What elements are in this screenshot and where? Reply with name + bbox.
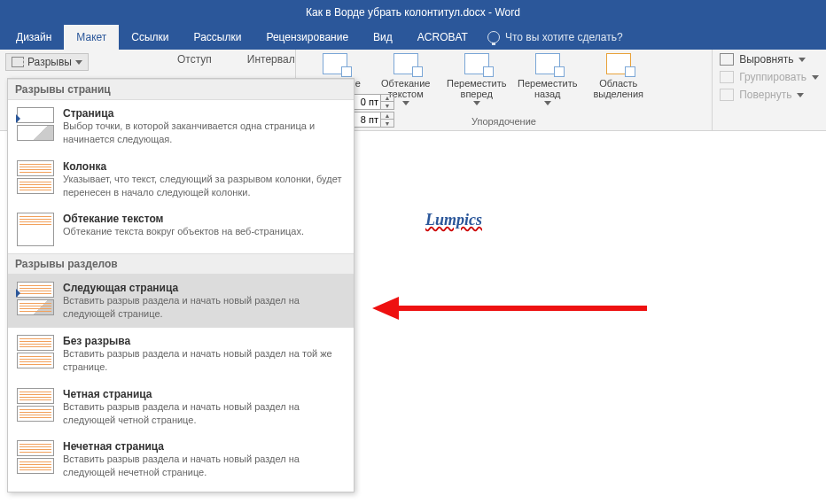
tab-acrobat[interactable]: ACROBAT: [405, 25, 480, 50]
send-backward-button[interactable]: Переместить назад: [516, 53, 580, 105]
indent-label: Отступ: [177, 53, 212, 66]
dd-section-page-breaks: Разрывы страниц: [8, 79, 354, 100]
document-page: Lumpics: [372, 158, 808, 283]
position-icon: [323, 53, 347, 74]
bring-forward-button[interactable]: Переместить вперед: [445, 53, 509, 105]
dd-item-column[interactable]: КолонкаУказывает, что текст, следующий з…: [8, 153, 354, 206]
continuous-section-icon: [17, 335, 54, 368]
column-break-icon: [17, 160, 54, 194]
breaks-icon: [12, 57, 24, 67]
tab-view[interactable]: Вид: [361, 25, 405, 50]
chevron-down-icon: [799, 58, 806, 62]
tell-me[interactable]: Что вы хотите сделать?: [487, 25, 623, 50]
spin-down-icon[interactable]: ▼: [381, 102, 394, 109]
current-marker-icon: [16, 114, 21, 123]
rotate-icon: [720, 89, 734, 101]
chevron-down-icon: [544, 101, 551, 105]
dd-item-even-page[interactable]: Четная страницаВставить разрыв раздела и…: [8, 381, 354, 434]
document-text[interactable]: Lumpics: [425, 211, 482, 229]
dd-item-page[interactable]: СтраницаВыбор точки, в которой заканчива…: [8, 100, 354, 153]
tab-references[interactable]: Ссылки: [119, 25, 181, 50]
chevron-down-icon: [75, 60, 82, 65]
backward-icon: [535, 53, 560, 74]
dd-item-continuous[interactable]: Без разрываВставить разрыв раздела и нач…: [8, 328, 354, 381]
window-title: Как в Ворде убрать колонтитул.docx - Wor…: [306, 6, 520, 19]
dd-item-odd-page[interactable]: Нечетная страницаВставить разрыв раздела…: [8, 433, 354, 486]
next-page-section-icon: [17, 282, 54, 315]
even-page-section-icon: [17, 388, 54, 422]
page-break-icon: [17, 107, 54, 141]
breaks-button[interactable]: Разрывы: [5, 53, 89, 71]
title-bar: Как в Ворде убрать колонтитул.docx - Wor…: [0, 0, 826, 25]
chevron-down-icon: [812, 75, 819, 80]
dd-section-section-breaks: Разрывы разделов: [8, 253, 354, 275]
lightbulb-icon: [487, 31, 500, 43]
tab-mailings[interactable]: Рассылки: [182, 25, 254, 50]
text-wrap-break-icon: [17, 213, 54, 246]
breaks-label: Разрывы: [27, 56, 72, 68]
spin-up-icon[interactable]: ▲: [381, 95, 394, 102]
annotation-arrow-icon: [372, 301, 647, 317]
selection-pane-button[interactable]: Область выделения: [587, 53, 651, 105]
align-button[interactable]: Выровнять: [720, 53, 819, 66]
selection-pane-icon: [606, 53, 631, 74]
tab-review[interactable]: Рецензирование: [253, 25, 361, 50]
align-icon: [720, 53, 734, 66]
interval-label: Интервал: [247, 53, 295, 66]
current-marker-icon: [16, 289, 21, 298]
spin-down-icon[interactable]: ▼: [381, 120, 394, 127]
wrap-icon: [394, 53, 418, 74]
forward-icon: [464, 53, 489, 74]
rotate-button: Повернуть: [720, 89, 819, 101]
odd-page-section-icon: [17, 440, 54, 474]
breaks-dropdown: Разрывы страниц СтраницаВыбор точки, в к…: [7, 78, 355, 492]
spin-up-icon[interactable]: ▲: [381, 112, 394, 120]
chevron-down-icon: [473, 101, 480, 105]
document-area[interactable]: Lumpics: [355, 131, 826, 504]
chevron-down-icon: [402, 101, 409, 105]
tab-layout[interactable]: Макет: [64, 25, 119, 50]
chevron-down-icon: [797, 93, 804, 97]
dd-item-text-wrap[interactable]: Обтекание текстомОбтекание текста вокруг…: [8, 205, 354, 253]
ribbon-tabs: Дизайн Макет Ссылки Рассылки Рецензирова…: [0, 25, 826, 50]
tab-design[interactable]: Дизайн: [4, 25, 64, 50]
tell-me-text: Что вы хотите сделать?: [505, 31, 623, 43]
group-icon: [720, 71, 734, 83]
group-button: Группировать: [720, 71, 819, 83]
dd-item-next-page[interactable]: Следующая страницаВставить разрыв раздел…: [8, 275, 354, 328]
